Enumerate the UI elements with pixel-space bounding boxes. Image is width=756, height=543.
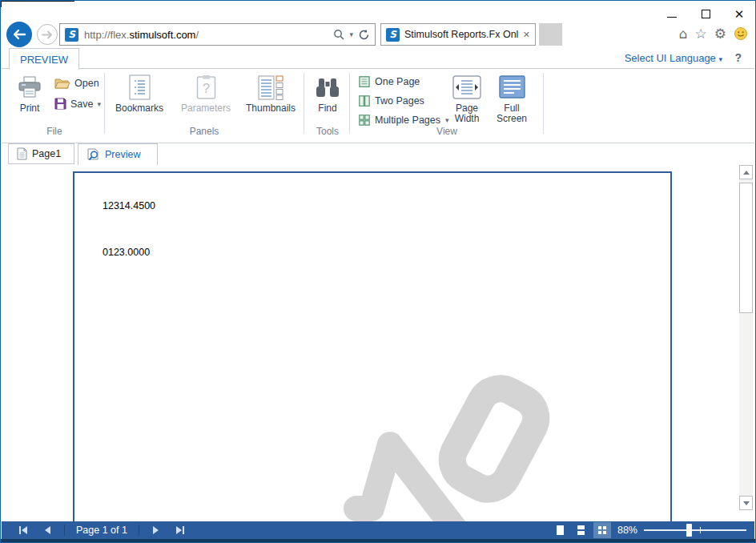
feedback-smiley-icon[interactable]	[734, 26, 748, 41]
refresh-icon[interactable]	[358, 29, 370, 41]
minimize-icon	[667, 17, 677, 18]
preview-magnifier-icon	[86, 148, 100, 162]
zoom-slider[interactable]	[644, 524, 746, 537]
previous-page-button[interactable]	[35, 521, 59, 539]
svg-text:?: ?	[203, 82, 210, 95]
statusbar-separator	[64, 525, 65, 536]
one-page-button[interactable]: One Page	[359, 74, 420, 90]
page-width-icon	[452, 74, 482, 100]
two-pages-icon	[359, 95, 370, 107]
last-page-icon	[176, 526, 182, 534]
report-page: 12314.4500 0123.0000	[73, 171, 672, 521]
stimulsoft-watermark-logo	[74, 173, 670, 521]
group-tools: Find Tools	[307, 69, 348, 143]
maximize-icon	[702, 10, 710, 18]
full-screen-button[interactable]: Full Screen	[490, 71, 533, 124]
continuous-view-button[interactable]	[573, 522, 590, 538]
help-button[interactable]: ?	[734, 51, 742, 64]
first-page-icon	[19, 526, 21, 534]
open-button[interactable]: Open	[54, 77, 99, 89]
back-button[interactable]	[6, 22, 32, 47]
thumbnails-button[interactable]: Thumbnails	[239, 71, 303, 114]
address-dropdown-icon[interactable]: ▾	[349, 30, 353, 38]
single-page-view-button[interactable]	[552, 522, 569, 538]
continuous-view-icon	[577, 525, 585, 535]
chevron-down-icon: ▾	[718, 55, 722, 63]
browser-tab[interactable]: S Stimulsoft Reports.Fx Onlin... ✕	[380, 23, 536, 46]
parameters-icon: ?	[196, 74, 216, 100]
forward-button[interactable]	[37, 24, 58, 45]
ribbon: Print Open Save ▾ File	[2, 69, 754, 143]
tab-page1[interactable]: Page1	[8, 143, 74, 164]
tab-close-icon[interactable]: ✕	[523, 30, 530, 40]
group-label-tools: Tools	[307, 126, 348, 137]
favorites-star-icon[interactable]: ☆	[695, 25, 707, 42]
group-separator	[304, 73, 304, 134]
group-label-file: File	[6, 126, 103, 137]
close-icon: ✕	[734, 8, 745, 20]
page-icon	[17, 147, 27, 160]
scroll-down-button[interactable]	[739, 496, 753, 510]
one-page-icon	[359, 76, 370, 87]
save-floppy-icon	[54, 98, 66, 110]
group-label-view: View	[352, 126, 541, 137]
group-view: One Page Two Pages Multiple Pages ▾	[352, 69, 541, 143]
save-dropdown-icon: ▾	[98, 100, 102, 108]
status-bar: Page 1 of 1 88%	[2, 521, 754, 539]
browser-window: ✕ S http://flex.stimulsoft.com/ ▾	[0, 0, 756, 543]
close-window-button[interactable]: ✕	[729, 5, 750, 22]
first-page-button[interactable]	[11, 521, 35, 539]
full-screen-icon	[499, 75, 525, 99]
address-bar[interactable]: S http://flex.stimulsoft.com/ ▾	[59, 23, 376, 46]
group-separator	[104, 73, 105, 134]
forward-arrow-icon	[42, 30, 53, 39]
tab-favicon: S	[386, 28, 400, 42]
thumbnails-icon	[258, 75, 284, 100]
next-page-icon	[153, 526, 159, 534]
find-button[interactable]: Find	[307, 71, 348, 114]
next-page-button[interactable]	[144, 521, 168, 539]
vertical-scrollbar[interactable]	[739, 165, 753, 510]
group-separator	[543, 73, 544, 134]
tab-preview[interactable]: Preview	[78, 143, 158, 165]
document-tab-strip: Page1 Preview	[2, 143, 754, 165]
titlebar: ✕	[2, 2, 754, 23]
bookmarks-button[interactable]: Bookmarks	[106, 71, 173, 114]
arrow-down-icon	[743, 501, 750, 505]
site-favicon: S	[65, 28, 78, 42]
open-folder-icon	[54, 77, 70, 89]
statusbar-separator	[139, 525, 139, 536]
two-pages-button[interactable]: Two Pages	[359, 93, 424, 109]
zoom-level: 88%	[617, 525, 637, 536]
back-arrow-icon	[12, 29, 26, 40]
page-indicator: Page 1 of 1	[70, 525, 134, 536]
ribbon-tab-strip: PREVIEW Select UI Language ▾ ?	[2, 47, 754, 69]
browser-nav-row: S http://flex.stimulsoft.com/ ▾ S Stimul…	[2, 22, 754, 47]
multiple-pages-view-button[interactable]	[593, 522, 611, 538]
print-button[interactable]: Print	[8, 71, 51, 114]
group-label-panels: Panels	[106, 126, 303, 137]
window-bottom-border	[1, 539, 755, 542]
minimize-button[interactable]	[662, 5, 682, 22]
bookmarks-icon	[129, 74, 151, 100]
last-page-button[interactable]	[168, 521, 192, 539]
new-tab-button[interactable]	[539, 23, 562, 46]
home-icon[interactable]: ⌂	[679, 25, 688, 42]
multiple-pages-icon	[359, 115, 370, 126]
tab-preview-ribbon[interactable]: PREVIEW	[9, 48, 79, 70]
maximize-button[interactable]	[695, 5, 716, 22]
group-panels: Bookmarks ? Parameters	[106, 69, 303, 143]
page-width-button[interactable]: Page Width	[447, 71, 487, 124]
search-icon[interactable]	[333, 29, 344, 40]
zoom-slider-thumb[interactable]	[686, 524, 692, 537]
settings-gear-icon[interactable]: ⚙	[714, 25, 726, 42]
url-text: http://flex.stimulsoft.com/	[84, 29, 333, 41]
save-button[interactable]: Save ▾	[54, 98, 101, 110]
scrollbar-thumb[interactable]	[739, 183, 753, 313]
report-viewport[interactable]: 12314.4500 0123.0000	[2, 165, 754, 521]
group-file: Print Open Save ▾ File	[6, 69, 103, 143]
zoom-slider-tick	[700, 527, 701, 533]
language-selector[interactable]: Select UI Language ▾	[625, 52, 722, 64]
zoom-slider-track[interactable]	[644, 529, 746, 531]
scroll-up-button[interactable]	[739, 165, 753, 179]
